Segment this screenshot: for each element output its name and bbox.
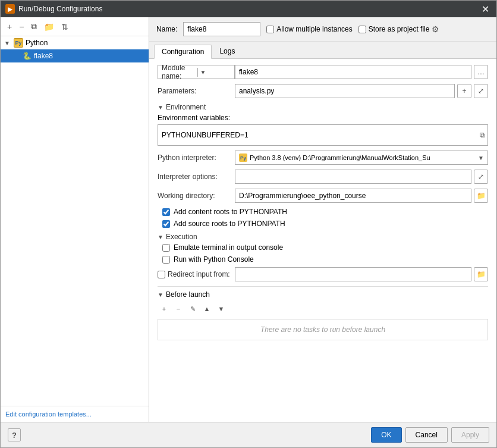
env-vars-area: PYTHONUNBUFFERED=1 ⧉ [158,124,488,146]
environment-arrow: ▼ [158,104,163,111]
python-group-icon: Py [14,38,23,48]
sidebar-item-python[interactable]: ▼ Py Python [1,36,149,49]
before-launch-down-button[interactable]: ▼ [215,302,228,315]
sidebar-toolbar: + − ⧉ 📁 ⇅ [1,17,149,36]
sidebar-item-python-label: Python [26,39,48,47]
ok-button[interactable]: OK [371,427,401,443]
interpreter-dropdown-arrow: ▼ [478,155,484,161]
tree-expand-arrow: ▼ [4,40,11,46]
environment-section-header[interactable]: ▼ Environment [158,103,488,111]
sidebar: + − ⧉ 📁 ⇅ ▼ Py Python 🐍 flake8 [1,17,149,422]
config-content: Module name: ▼ … Parameters: [149,59,496,346]
module-name-label: Module name: ▼ [158,65,235,79]
name-bar: Name: Allow multiple instances Store as … [149,17,496,42]
name-label: Name: [156,25,177,33]
dialog-title: Run/Debug Configurations [18,5,102,13]
before-launch-empty: There are no tasks to run before launch [158,319,488,340]
emulate-terminal-checkbox[interactable] [162,244,170,252]
interpreter-row: Python interpreter: Py Python 3.8 (venv)… [158,151,488,165]
redirect-input-input[interactable] [235,267,471,281]
interpreter-py-icon: Py [239,153,247,162]
module-name-input[interactable] [235,65,471,79]
before-launch-add-button[interactable]: + [158,302,171,315]
folder-config-button[interactable]: 📁 [41,20,57,33]
apply-button[interactable]: Apply [451,427,489,443]
parameters-expand-button[interactable]: + [457,84,471,98]
parameters-label: Parameters: [158,87,235,95]
parameters-arrows-button[interactable]: ⤢ [474,84,488,98]
sort-config-button[interactable]: ⇅ [58,20,71,33]
before-launch-edit-button[interactable]: ✎ [186,302,199,315]
sidebar-tree: ▼ Py Python 🐍 flake8 [1,36,149,406]
module-name-row: Module name: ▼ … [158,65,488,79]
python-console-label[interactable]: Run with Python Console [174,255,254,264]
remove-config-button[interactable]: − [16,20,27,33]
parameters-input[interactable] [235,84,455,98]
working-directory-browse-button[interactable]: 📁 [474,189,488,203]
redirect-input-row: Redirect input from: 📁 [158,267,488,281]
add-content-roots-checkbox[interactable] [162,208,170,216]
redirect-input-browse-button[interactable]: 📁 [474,267,488,281]
python-console-row: Run with Python Console [158,255,488,264]
module-name-dropdown[interactable]: Module name: ▼ [158,65,235,79]
redirect-input-checkbox[interactable] [158,271,165,278]
before-launch-section: ▼ Before launch + − ✎ ▲ ▼ There are no t… [158,286,488,340]
add-source-roots-checkbox[interactable] [162,220,170,228]
config-area: Module name: ▼ … Parameters: [149,59,496,422]
tab-logs[interactable]: Logs [212,44,243,58]
dialog-body: + − ⧉ 📁 ⇅ ▼ Py Python 🐍 flake8 [1,17,496,422]
sidebar-item-flake8[interactable]: 🐍 flake8 [1,49,149,62]
interpreter-select[interactable]: Py Python 3.8 (venv) D:\Programmierung\M… [235,151,488,165]
working-directory-field: 📁 [235,189,488,203]
tabs: Configuration Logs [149,42,496,59]
add-source-roots-label[interactable]: Add source roots to PYTHONPATH [174,220,285,228]
redirect-input-label-container: Redirect input from: [158,270,235,278]
module-name-field: … [235,65,488,79]
module-dropdown-arrow[interactable]: ▼ [197,68,235,77]
add-content-roots-label[interactable]: Add content roots to PYTHONPATH [174,208,287,216]
store-project-label[interactable]: Store as project file [369,25,430,33]
help-button[interactable]: ? [8,428,21,441]
before-launch-header[interactable]: ▼ Before launch [158,290,488,299]
env-vars-copy-button[interactable]: ⧉ [480,131,485,139]
env-vars-label: Environment variables: [158,114,488,122]
cancel-button[interactable]: Cancel [405,427,448,443]
working-directory-input[interactable] [235,189,471,203]
interpreter-options-label: Interpreter options: [158,173,235,181]
copy-config-button[interactable]: ⧉ [28,20,40,33]
execution-label: Execution [166,233,197,241]
before-launch-remove-button[interactable]: − [172,302,185,315]
interpreter-options-input[interactable] [235,170,471,184]
emulate-terminal-row: Emulate terminal in output console [158,243,488,252]
close-button[interactable]: ✕ [479,4,492,15]
env-vars-text: PYTHONUNBUFFERED=1 [162,131,484,139]
sidebar-bottom: Edit configuration templates... [1,406,149,422]
working-directory-row: Working directory: 📁 [158,189,488,203]
module-name-browse-button[interactable]: … [474,65,488,79]
execution-section-header[interactable]: ▼ Execution [158,233,488,241]
dialog-footer: ? OK Cancel Apply [1,422,496,447]
footer-right: OK Cancel Apply [371,427,489,443]
add-config-button[interactable]: + [4,20,15,33]
redirect-input-label[interactable]: Redirect input from: [168,270,230,278]
before-launch-arrow: ▼ [158,292,163,298]
flake8-icon: 🐍 [22,51,32,61]
allow-multiple-checkbox[interactable] [266,26,274,33]
before-launch-up-button[interactable]: ▲ [200,302,213,315]
add-source-roots-row: Add source roots to PYTHONPATH [158,220,488,228]
working-directory-label: Working directory: [158,192,235,200]
edit-templates-link[interactable]: Edit configuration templates... [5,411,92,418]
store-project-gear-button[interactable]: ⚙ [432,24,439,34]
emulate-terminal-label[interactable]: Emulate terminal in output console [174,243,283,252]
name-input[interactable] [183,22,260,36]
tab-configuration[interactable]: Configuration [154,45,212,59]
before-launch-toolbar: + − ✎ ▲ ▼ [158,302,488,315]
main-panel: Name: Allow multiple instances Store as … [149,17,496,422]
add-content-roots-row: Add content roots to PYTHONPATH [158,208,488,216]
store-project-checkbox[interactable] [358,26,366,33]
interpreter-options-expand-button[interactable]: ⤢ [474,170,488,184]
python-console-checkbox[interactable] [162,256,170,264]
allow-multiple-label[interactable]: Allow multiple instances [276,25,352,33]
run-debug-dialog: ▶ Run/Debug Configurations ✕ + − ⧉ 📁 ⇅ ▼… [0,0,497,448]
allow-multiple-group: Allow multiple instances [266,25,352,33]
